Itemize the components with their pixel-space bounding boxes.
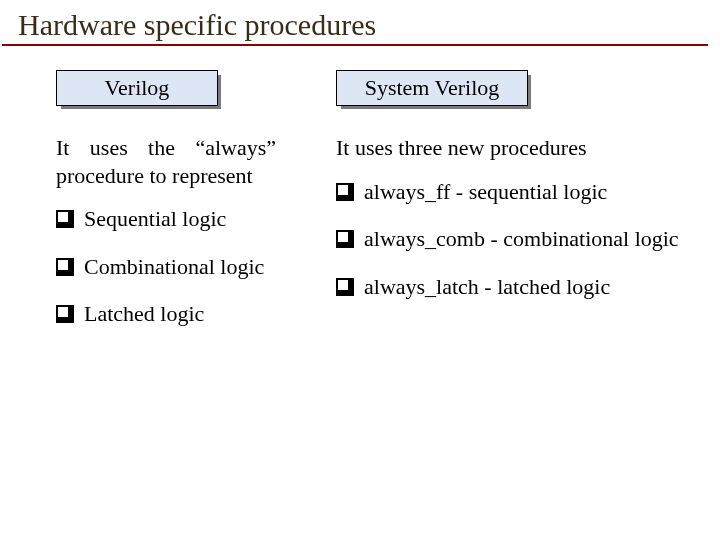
left-intro-line1: It uses the “always” xyxy=(56,134,276,162)
right-intro: It uses three new procedures xyxy=(336,134,680,162)
bullet-text: always_latch - latched logic xyxy=(364,273,610,301)
verilog-label-box: Verilog xyxy=(56,70,216,104)
left-column: Verilog It uses the “always” procedure t… xyxy=(56,70,336,348)
slide: Hardware specific procedures Verilog It … xyxy=(0,0,720,540)
list-item: always_latch - latched logic xyxy=(336,273,680,301)
bullet-text: Combinational logic xyxy=(84,253,264,281)
bullet-icon xyxy=(56,258,74,276)
content-row: Verilog It uses the “always” procedure t… xyxy=(0,46,720,348)
bullet-text: always_ff - sequential logic xyxy=(364,178,607,206)
bullet-icon xyxy=(336,278,354,296)
bullet-icon xyxy=(56,305,74,323)
systemverilog-label: System Verilog xyxy=(336,70,528,106)
systemverilog-label-box: System Verilog xyxy=(336,70,526,104)
right-column: System Verilog It uses three new procedu… xyxy=(336,70,680,348)
list-item: always_comb - combinational logic xyxy=(336,225,680,253)
bullet-text: always_comb - combinational logic xyxy=(364,225,679,253)
slide-title: Hardware specific procedures xyxy=(18,8,376,41)
list-item: Latched logic xyxy=(56,300,336,328)
bullet-text: Latched logic xyxy=(84,300,204,328)
list-item: always_ff - sequential logic xyxy=(336,178,680,206)
title-wrap: Hardware specific procedures xyxy=(0,0,720,42)
bullet-icon xyxy=(56,210,74,228)
verilog-label: Verilog xyxy=(56,70,218,106)
left-intro: It uses the “always” procedure to repres… xyxy=(56,134,336,189)
bullet-icon xyxy=(336,183,354,201)
list-item: Combinational logic xyxy=(56,253,336,281)
list-item: Sequential logic xyxy=(56,205,336,233)
bullet-icon xyxy=(336,230,354,248)
left-intro-line2: procedure to represent xyxy=(56,163,253,188)
bullet-text: Sequential logic xyxy=(84,205,226,233)
